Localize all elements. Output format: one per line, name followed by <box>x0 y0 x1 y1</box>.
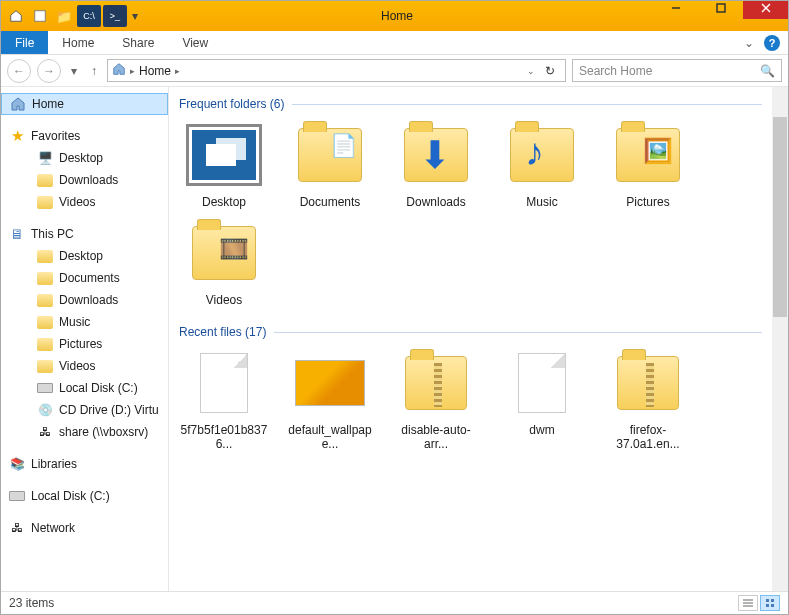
nav-pc-desktop[interactable]: Desktop <box>1 245 168 267</box>
desktop-icon: 🖥️ <box>37 150 53 166</box>
minimize-button[interactable] <box>653 0 698 19</box>
folder-icon: ⬇ <box>404 128 468 182</box>
svg-rect-2 <box>717 4 725 12</box>
search-placeholder: Search Home <box>579 64 652 78</box>
close-button[interactable] <box>743 0 788 19</box>
details-view-button[interactable] <box>738 595 758 611</box>
tile-label: Pictures <box>626 195 669 209</box>
tile-label: Desktop <box>202 195 246 209</box>
image-thumbnail <box>295 360 365 406</box>
drive-icon <box>37 380 53 396</box>
home-icon <box>112 62 126 79</box>
file-icon <box>200 353 248 413</box>
qat-properties-icon[interactable] <box>29 5 51 27</box>
tile-file[interactable]: 5f7b5f1e01b8376... <box>179 347 269 451</box>
qat-home-icon[interactable] <box>5 5 27 27</box>
navigation-pane: Home ★ Favorites 🖥️Desktop Downloads Vid… <box>1 87 169 591</box>
tile-desktop[interactable]: Desktop <box>179 119 269 209</box>
nav-localdisk[interactable]: Local Disk (C:) <box>1 485 168 507</box>
nav-favorites[interactable]: ★ Favorites <box>1 125 168 147</box>
tab-view[interactable]: View <box>168 31 222 54</box>
explorer-body: Home ★ Favorites 🖥️Desktop Downloads Vid… <box>1 87 788 591</box>
scrollbar-thumb[interactable] <box>773 117 787 317</box>
nav-pc-downloads[interactable]: Downloads <box>1 289 168 311</box>
help-icon[interactable]: ? <box>764 35 780 51</box>
breadcrumb-segment[interactable]: Home <box>139 64 171 78</box>
item-count: 23 items <box>9 596 54 610</box>
tile-videos[interactable]: 🎞️Videos <box>179 217 269 307</box>
tab-share[interactable]: Share <box>108 31 168 54</box>
tile-documents[interactable]: 📄Documents <box>285 119 375 209</box>
group-frequent-header[interactable]: Frequent folders (6) ⌃ <box>179 97 778 111</box>
tile-file[interactable]: dwm <box>497 347 587 451</box>
icons-view-button[interactable] <box>760 595 780 611</box>
nav-label: Videos <box>59 195 95 209</box>
nav-label: CD Drive (D:) Virtu <box>59 403 159 417</box>
search-input[interactable]: Search Home 🔍 <box>572 59 782 82</box>
address-dropdown-icon[interactable]: ⌄ <box>527 66 535 76</box>
nav-label: Network <box>31 521 75 535</box>
nav-label: Local Disk (C:) <box>31 489 110 503</box>
nav-favorites-downloads[interactable]: Downloads <box>1 169 168 191</box>
svg-rect-0 <box>35 11 46 22</box>
folder-icon <box>37 172 53 188</box>
chevron-icon[interactable]: ▸ <box>175 66 180 76</box>
nav-pc-videos[interactable]: Videos <box>1 355 168 377</box>
status-bar: 23 items <box>1 591 788 613</box>
tile-pictures[interactable]: 🖼️Pictures <box>603 119 693 209</box>
tile-image[interactable]: default_wallpape... <box>285 347 375 451</box>
home-icon <box>10 96 26 112</box>
breadcrumb[interactable]: ▸ Home ▸ ⌄ ↻ <box>107 59 566 82</box>
nav-libraries[interactable]: 📚Libraries <box>1 453 168 475</box>
up-button[interactable]: ↑ <box>87 64 101 78</box>
qat-dropdown-icon[interactable]: ▾ <box>129 5 141 27</box>
tile-downloads[interactable]: ⬇Downloads <box>391 119 481 209</box>
zip-icon <box>617 356 679 410</box>
nav-label: Documents <box>59 271 120 285</box>
nav-network[interactable]: 🖧Network <box>1 517 168 539</box>
nav-home[interactable]: Home <box>1 93 168 115</box>
recent-grid: 5f7b5f1e01b8376... default_wallpape... d… <box>179 347 778 451</box>
nav-favorites-videos[interactable]: Videos <box>1 191 168 213</box>
ribbon-expand-icon[interactable]: ⌄ <box>744 36 754 50</box>
nav-pc-cddrive[interactable]: 💿CD Drive (D:) Virtu <box>1 399 168 421</box>
nav-label: This PC <box>31 227 74 241</box>
scrollbar[interactable] <box>772 87 788 591</box>
zip-icon <box>405 356 467 410</box>
nav-label: Home <box>32 97 64 111</box>
nav-favorites-desktop[interactable]: 🖥️Desktop <box>1 147 168 169</box>
nav-label: Local Disk (C:) <box>59 381 138 395</box>
nav-pc-pictures[interactable]: Pictures <box>1 333 168 355</box>
group-recent-header[interactable]: Recent files (17) ⌃ <box>179 325 778 339</box>
back-button[interactable]: ← <box>7 59 31 83</box>
quick-access-toolbar: 📁 C:\ >_ ▾ <box>5 5 141 27</box>
chevron-icon[interactable]: ▸ <box>130 66 135 76</box>
file-tab[interactable]: File <box>1 31 48 54</box>
recent-locations-button[interactable]: ▾ <box>67 64 81 78</box>
qat-powershell-icon[interactable]: >_ <box>103 5 127 27</box>
tile-zip[interactable]: disable-auto-arr... <box>391 347 481 451</box>
tile-music[interactable]: ♪Music <box>497 119 587 209</box>
maximize-button[interactable] <box>698 0 743 19</box>
tab-home[interactable]: Home <box>48 31 108 54</box>
ribbon: File Home Share View ⌄ ? <box>1 31 788 55</box>
nav-label: share (\\vboxsrv) <box>59 425 148 439</box>
qat-new-folder-icon[interactable]: 📁 <box>53 5 75 27</box>
forward-button[interactable]: → <box>37 59 61 83</box>
nav-label: Desktop <box>59 151 103 165</box>
refresh-button[interactable]: ↻ <box>539 64 561 78</box>
folder-icon: 🖼️ <box>616 128 680 182</box>
tile-label: Videos <box>206 293 242 307</box>
tile-zip[interactable]: firefox-37.0a1.en... <box>603 347 693 451</box>
nav-pc-localdisk[interactable]: Local Disk (C:) <box>1 377 168 399</box>
disc-icon: 💿 <box>37 402 53 418</box>
nav-pc-share[interactable]: 🖧share (\\vboxsrv) <box>1 421 168 443</box>
nav-this-pc[interactable]: 🖥 This PC <box>1 223 168 245</box>
folder-icon <box>37 194 53 210</box>
nav-pc-documents[interactable]: Documents <box>1 267 168 289</box>
folder-icon: ♪ <box>510 128 574 182</box>
group-title: Recent files <box>179 325 242 339</box>
address-bar: ← → ▾ ↑ ▸ Home ▸ ⌄ ↻ Search Home 🔍 <box>1 55 788 87</box>
qat-command-icon[interactable]: C:\ <box>77 5 101 27</box>
nav-pc-music[interactable]: Music <box>1 311 168 333</box>
